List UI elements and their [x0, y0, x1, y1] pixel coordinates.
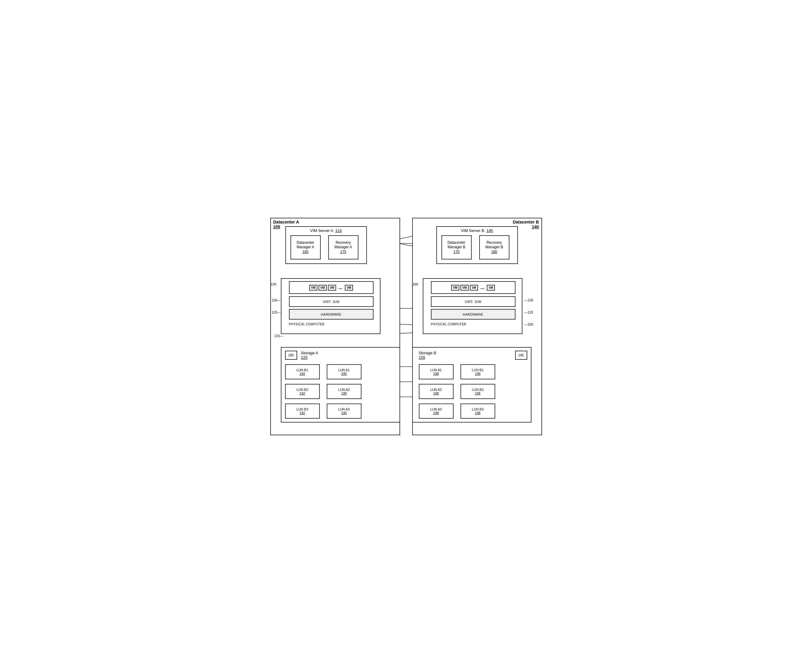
vim-server-a: VIM Server A 110 DatacenterManager A 165…: [285, 226, 367, 264]
physical-computer-b: 160 VM VM VM ... VM —130 VIRT. S/W —125 …: [423, 278, 522, 334]
vm-3-b: VM: [470, 285, 478, 291]
lun-b2-b: LUN B2 196: [461, 384, 495, 399]
virt-sw-label-a: 130—: [272, 298, 281, 302]
virt-sw-b: VIRT. S/W: [431, 296, 516, 307]
vm-2-a: VM: [319, 285, 327, 291]
vim-server-b: VIM Server B 145 DatacenterManager B 170…: [437, 226, 518, 264]
icon-185-b: 185: [515, 351, 527, 360]
lun-b3-a: LUN B3 192: [285, 404, 320, 419]
datacenter-manager-b: DatacenterManager B 170: [441, 235, 472, 260]
vm-row-a: VM VM VM ... VM: [289, 281, 374, 294]
vm-1-a: VM: [309, 285, 317, 291]
diagram-container: Datacenter A 105 VIM Server A 110 Datace…: [261, 209, 551, 444]
lun-b1-b: LUN B1 196: [461, 364, 495, 379]
vm-1-b: VM: [451, 285, 459, 291]
label-150: —150: [524, 323, 533, 326]
hardware-a: HARDWARE: [289, 309, 374, 320]
lun-a2-b: LUN A2 198: [419, 384, 453, 399]
lun-b3-b: LUN B3 196: [461, 404, 495, 419]
phys-computer-label-a: PHYSICAL COMPUTER: [289, 323, 325, 326]
recovery-manager-a: RecoveryManager A 175: [328, 235, 359, 260]
lun-b2-a: LUN B2 192: [285, 384, 320, 399]
vm-row-label-b: 160: [413, 282, 418, 286]
hardware-b: HARDWARE: [431, 309, 516, 320]
physical-computer-a: 135 VM VM VM ... VM 130— VIRT. S/W 125— …: [281, 278, 380, 334]
phys-computer-label-b: PHYSICAL COMPUTER: [431, 323, 467, 326]
virt-sw-label-b: —130: [524, 298, 533, 302]
vm-row-label-a: 135: [271, 282, 276, 286]
icon-185-a: 185: [285, 351, 297, 360]
hardware-label-a: 125—: [272, 310, 281, 314]
vm-row-b: VM VM VM ... VM: [431, 281, 516, 294]
lun-a3-b: LUN A3 198: [419, 404, 453, 419]
vm-n-b: VM: [487, 285, 495, 291]
virt-sw-a: VIRT. S/W: [289, 296, 374, 307]
lun-b1-a: LUN B1 192: [285, 364, 320, 379]
lun-a1-b: LUN A1 198: [419, 364, 453, 379]
storage-a: 185 Storage A 120 LUN B1 192 LUN A1 190 …: [281, 347, 400, 422]
lun-a3-a: LUN A3 190: [327, 404, 362, 419]
lun-a1-a: LUN A1 190: [327, 364, 362, 379]
hardware-label-b: —125: [524, 310, 533, 314]
storage-b: Storage B 155 185 LUN A1 198 LUN B1 196 …: [412, 347, 531, 422]
vm-2-b: VM: [461, 285, 469, 291]
lun-a2-a: LUN A2 190: [327, 384, 362, 399]
vm-n-a: VM: [345, 285, 353, 291]
label-115: 115—: [275, 334, 283, 338]
datacenter-manager-a: DatacenterManager A 165: [290, 235, 321, 260]
vm-3-a: VM: [328, 285, 336, 291]
recovery-manager-b: RecoveryManager B 180: [479, 235, 510, 260]
